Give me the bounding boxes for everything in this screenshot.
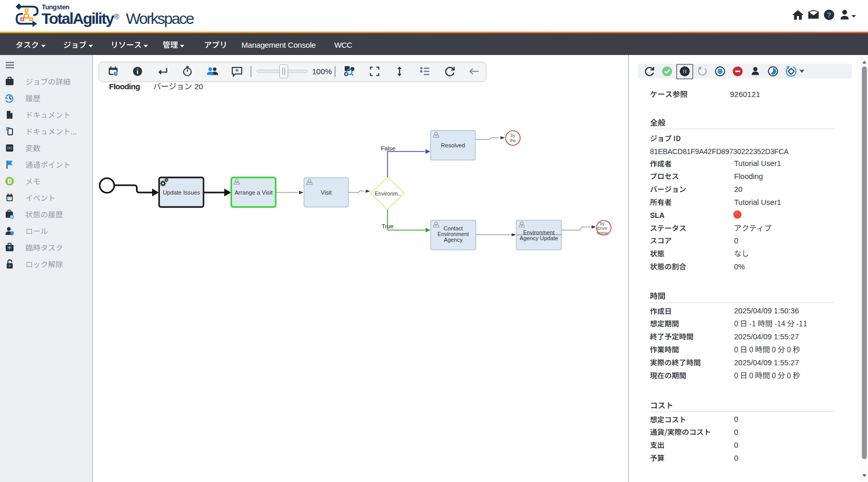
svg-text:False: False [381,145,396,152]
svg-text:onme: onme [596,230,608,236]
svg-text:Resolved: Resolved [441,142,465,148]
svg-text:True: True [382,223,394,229]
svg-text:Update Issues: Update Issues [163,189,200,196]
svg-text:Visit: Visit [321,189,332,196]
svg-text:Environm..: Environm.. [375,190,401,197]
svg-text:Agency Update: Agency Update [520,235,558,241]
svg-text:the: the [510,138,516,143]
svg-text:Agency: Agency [444,237,463,243]
svg-text:by: by [511,133,516,138]
svg-text:Arrange a Visit: Arrange a Visit [235,189,273,196]
